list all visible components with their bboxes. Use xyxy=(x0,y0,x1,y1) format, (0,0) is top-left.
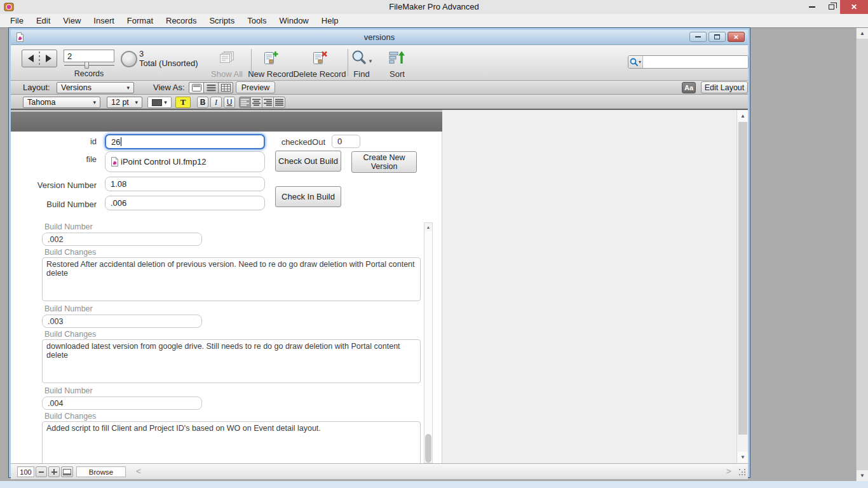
scroll-up-icon[interactable]: ▲ xyxy=(738,111,748,121)
formatting-bar-toggle-button[interactable]: Aa xyxy=(682,82,696,93)
checkedout-field[interactable]: 0 xyxy=(332,135,360,148)
portal-scrollbar-thumb[interactable] xyxy=(425,434,431,463)
version-number-value: 1.08 xyxy=(111,179,126,189)
content-vertical-scrollbar[interactable]: ▲ ▼ xyxy=(736,110,748,463)
current-record-input[interactable] xyxy=(64,50,114,62)
menu-help[interactable]: Help xyxy=(315,14,345,27)
align-right-button[interactable] xyxy=(262,97,274,108)
statusbar-toggle-button[interactable] xyxy=(61,466,73,477)
check-in-build-button[interactable]: Check In Build xyxy=(275,186,341,207)
view-table-button[interactable] xyxy=(218,82,233,93)
scroll-down-icon[interactable]: ▼ xyxy=(857,470,868,481)
file-field-value: iPoint Control UI.fmp12 xyxy=(121,157,206,166)
zoom-out-button[interactable] xyxy=(36,466,47,477)
scroll-up-icon[interactable]: ▲ xyxy=(424,223,432,231)
zoom-in-icon xyxy=(51,469,57,475)
found-set-pie-indicator[interactable] xyxy=(121,51,137,67)
layout-header-band xyxy=(11,112,442,132)
window-restore-button[interactable] xyxy=(822,0,840,14)
align-center-button[interactable] xyxy=(250,97,262,108)
id-field[interactable]: 26 xyxy=(105,134,265,149)
zoom-level-display[interactable]: 100 xyxy=(17,466,34,477)
italic-button[interactable]: I xyxy=(210,97,222,108)
align-left-button[interactable] xyxy=(239,97,251,108)
find-dropdown-icon[interactable]: ▾ xyxy=(369,58,372,64)
layout-select[interactable]: Versions ▾ xyxy=(57,82,134,93)
color-swatch xyxy=(152,99,162,106)
alignment-group xyxy=(240,97,285,108)
portal-build-changes-field[interactable]: Restored After accidental deletion of pr… xyxy=(42,257,421,301)
align-justify-icon xyxy=(275,98,283,106)
records-label: Records xyxy=(64,69,114,78)
document-titlebar[interactable]: versions ✕ xyxy=(11,30,748,45)
doc-close-button[interactable]: ✕ xyxy=(728,32,745,42)
resize-grip[interactable] xyxy=(739,469,740,470)
font-select[interactable]: Tahoma ▾ xyxy=(23,97,100,108)
portal-build-number-label: Build Number xyxy=(44,222,93,231)
edit-layout-button[interactable]: Edit Layout xyxy=(701,81,748,93)
build-number-label: Build Number xyxy=(20,200,97,209)
align-justify-button[interactable] xyxy=(273,97,285,108)
menu-format[interactable]: Format xyxy=(121,14,159,27)
new-record-button[interactable]: New Record xyxy=(244,49,297,79)
find-icon xyxy=(351,50,367,66)
font-select-value: Tahoma xyxy=(27,98,55,107)
window-minimize-button[interactable] xyxy=(802,0,822,14)
portal-build-changes-field[interactable]: Added script to fill Client and Project … xyxy=(42,421,421,463)
menu-file[interactable]: File xyxy=(4,14,30,27)
menu-view[interactable]: View xyxy=(57,14,87,27)
font-size-select[interactable]: 12 pt ▾ xyxy=(107,97,142,108)
quick-find-input[interactable] xyxy=(643,56,748,68)
underline-button[interactable]: U xyxy=(224,97,235,108)
file-field[interactable]: iPoint Control UI.fmp12 xyxy=(105,151,265,172)
next-record-button[interactable] xyxy=(40,50,57,67)
preview-button[interactable]: Preview xyxy=(236,81,275,93)
window-close-button[interactable]: ✕ xyxy=(840,0,868,14)
app-vertical-scrollbar[interactable]: ▲ ▼ xyxy=(856,28,868,481)
version-number-field[interactable]: 1.08 xyxy=(105,177,265,191)
find-button[interactable]: ▾ Find xyxy=(344,49,379,79)
portal-build-number-field[interactable]: .003 xyxy=(42,315,202,328)
doc-restore-button[interactable] xyxy=(709,32,726,42)
text-color-button[interactable]: T xyxy=(175,97,191,108)
chevron-down-icon: ▾ xyxy=(135,99,138,105)
chevron-left-icon[interactable]: < xyxy=(136,466,141,476)
zoom-in-button[interactable] xyxy=(48,466,60,477)
table-view-icon xyxy=(221,84,231,92)
show-all-button: Show All xyxy=(206,49,248,79)
menu-scripts[interactable]: Scripts xyxy=(203,14,241,27)
menu-edit[interactable]: Edit xyxy=(30,14,57,27)
previous-record-button[interactable] xyxy=(22,50,39,67)
record-slider-thumb[interactable] xyxy=(85,62,89,69)
minimize-icon xyxy=(695,36,701,37)
menu-tools[interactable]: Tools xyxy=(241,14,273,27)
portal-build-changes-field[interactable]: downloaded latest version from google dr… xyxy=(42,339,421,383)
doc-minimize-button[interactable] xyxy=(689,32,707,42)
portal-scrollbar[interactable]: ▲ xyxy=(424,222,433,463)
mode-popup[interactable]: Browse xyxy=(76,466,126,477)
chevron-right-icon[interactable]: > xyxy=(726,466,731,476)
scroll-up-icon[interactable]: ▲ xyxy=(857,28,868,39)
scroll-down-icon[interactable]: ▼ xyxy=(738,452,748,463)
bold-button[interactable]: B xyxy=(197,97,208,108)
check-out-build-button[interactable]: Check Out Build xyxy=(275,151,341,172)
record-slider-track[interactable] xyxy=(64,65,114,66)
menu-window[interactable]: Window xyxy=(273,14,315,27)
delete-record-button[interactable]: Delete Record xyxy=(291,49,348,79)
view-list-button[interactable] xyxy=(203,82,219,93)
menu-records[interactable]: Records xyxy=(159,14,203,27)
fill-color-button[interactable]: ▾ xyxy=(147,97,172,108)
search-scope-button[interactable]: ▾ xyxy=(628,56,643,68)
build-number-field[interactable]: .006 xyxy=(105,196,265,210)
content-scrollbar-thumb[interactable] xyxy=(738,122,747,435)
portal-build-number-field[interactable]: .004 xyxy=(42,396,202,410)
portal-build-number-field[interactable]: .002 xyxy=(42,233,202,246)
window-bottom-border xyxy=(0,481,868,488)
menu-insert[interactable]: Insert xyxy=(87,14,121,27)
create-new-version-button[interactable]: Create New Version xyxy=(351,151,417,173)
view-form-button[interactable] xyxy=(189,82,204,93)
layout-content-area: id 26 checkedOut 0 file iPoint Control U… xyxy=(11,110,748,463)
list-view-icon xyxy=(207,84,216,92)
search-icon xyxy=(630,58,638,66)
sort-button[interactable]: Sort xyxy=(381,49,414,79)
